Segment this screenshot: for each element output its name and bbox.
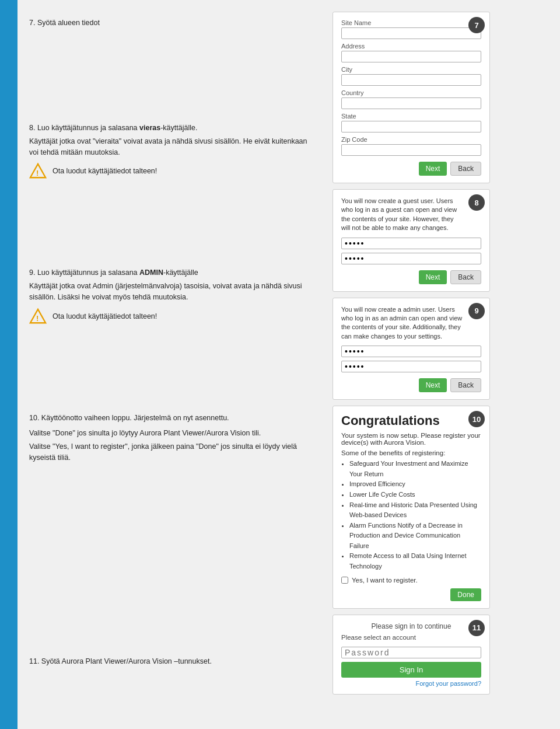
spacer-10 (29, 469, 315, 650)
step9-form: 9 You will now create a admin user. User… (332, 298, 490, 400)
city-input[interactable] (341, 74, 481, 86)
step7-circle: 7 (468, 17, 485, 33)
step7-back-button[interactable]: Back (450, 162, 481, 176)
benefit-6: Remote Access to all Data Using Internet… (349, 551, 481, 571)
step9-buttons: Next Back (341, 378, 481, 392)
benefit-2: Improved Efficiency (349, 479, 481, 490)
svg-text:!: ! (36, 313, 38, 322)
step9-text: 9. Luo käyttäjätunnus ja salasana ADMIN-… (29, 267, 315, 278)
step7-text: 7. Syötä alueen tiedot (29, 18, 315, 29)
step10-instruction: 10. Käyttöönotto vaiheen loppu. Järjeste… (29, 407, 315, 469)
spacer-9 (29, 331, 315, 407)
step8-instruction: 8. Luo käyttäjätunnus ja salasana vieras… (29, 117, 315, 186)
forms-column: 7 Site Name Address City Country State Z… (327, 6, 496, 723)
svg-text:!: ! (36, 169, 38, 177)
step8-desc: You will now create a guest user. Users … (341, 197, 481, 233)
step8-next-button[interactable]: Next (419, 270, 447, 284)
step8-body: Käyttäjät jotka ovat "vieraita" voivat a… (29, 136, 315, 158)
step7-instruction: 7. Syötä alueen tiedot (29, 12, 315, 117)
step9-warning: ! Ota luodut käyttäjätiedot talteen! (29, 308, 315, 325)
forgot-password-link[interactable]: Forgot your password? (341, 680, 481, 687)
benefit-3: Lower Life Cycle Costs (349, 490, 481, 500)
country-label: Country (341, 89, 481, 96)
step9-instruction: 9. Luo käyttäjätunnus ja salasana ADMIN-… (29, 261, 315, 330)
country-input[interactable] (341, 97, 481, 109)
select-account: Please select an account (341, 634, 481, 641)
benefit-1: Safeguard Your Investment and Maximize Y… (349, 459, 481, 479)
spacer-8 (29, 186, 315, 261)
instructions-column: 7. Syötä alueen tiedot 8. Luo käyttäjätu… (18, 6, 327, 723)
benefits-label: Some of the benefits of registering: (341, 449, 481, 456)
step9-body: Käyttäjät jotka ovat Admin (järjestelmän… (29, 281, 315, 303)
left-accent-bar (0, 0, 18, 729)
congrats-desc: Your system is now setup. Please registe… (341, 432, 481, 446)
step10-text2: Valitse "Done" jos sinulta jo löytyy Aur… (29, 428, 315, 439)
warning-icon-9: ! (29, 308, 47, 325)
step8-pw1-input[interactable] (341, 238, 481, 249)
state-label: State (341, 113, 481, 120)
congrats-title: Congratulations (341, 413, 481, 428)
step9-back-button[interactable]: Back (450, 378, 481, 392)
step8-warning-text: Ota luodut käyttäjätiedot talteen! (52, 167, 157, 175)
benefit-5: Alarm Functions Notify of a Decrease in … (349, 521, 481, 552)
step8-text: 8. Luo käyttäjätunnus ja salasana vieras… (29, 123, 315, 134)
step8-circle: 8 (468, 194, 485, 211)
site-name-input[interactable] (341, 27, 481, 39)
step10-text1: 10. Käyttöönotto vaiheen loppu. Järjeste… (29, 413, 315, 424)
warning-icon-8: ! (29, 162, 47, 180)
step10-text3: Valitse "Yes, I want to register", jonka… (29, 441, 315, 463)
step9-circle: 9 (468, 303, 485, 319)
step8-back-button[interactable]: Back (450, 270, 481, 284)
password-input[interactable] (341, 647, 481, 658)
register-row: Yes, I want to register. (341, 577, 481, 584)
city-label: City (341, 66, 481, 73)
register-label: Yes, I want to register. (352, 577, 418, 584)
step7-form: 7 Site Name Address City Country State Z… (332, 12, 490, 183)
step11-circle: 11 (468, 620, 485, 636)
address-label: Address (341, 43, 481, 50)
register-checkbox[interactable] (341, 577, 348, 584)
step8-form: 8 You will now create a guest user. User… (332, 189, 490, 292)
step9-next-button[interactable]: Next (419, 378, 447, 392)
step10-circle: 10 (468, 411, 485, 427)
benefit-4: Real-time and Historic Data Presented Us… (349, 500, 481, 521)
step11-instruction: 11. Syötä Aurora Plant Viewer/Aurora Vis… (29, 650, 315, 673)
step10-form: 10 Congratulations Your system is now se… (332, 406, 490, 609)
signin-button[interactable]: Sign In (341, 662, 481, 678)
address-input[interactable] (341, 51, 481, 62)
step7-next-button[interactable]: Next (419, 162, 447, 176)
zip-label: Zip Code (341, 136, 481, 143)
step11-text: 11. Syötä Aurora Plant Viewer/Aurora Vis… (29, 656, 315, 667)
site-name-label: Site Name (341, 19, 481, 26)
benefits-list: Safeguard Your Investment and Maximize Y… (341, 459, 481, 572)
step8-pw2-input[interactable] (341, 253, 481, 264)
step9-desc: You will now create a admin user. Users … (341, 305, 481, 341)
signin-title: Please sign in to continue (341, 622, 481, 630)
step9-pw1-input[interactable] (341, 346, 481, 357)
step9-warning-text: Ota luodut käyttäjätiedot talteen! (52, 312, 157, 320)
step8-warning: ! Ota luodut käyttäjätiedot talteen! (29, 162, 315, 180)
state-input[interactable] (341, 121, 481, 132)
zip-input[interactable] (341, 144, 481, 156)
step7-buttons: Next Back (341, 162, 481, 176)
step11-form: 11 Please sign in to continue Please sel… (332, 615, 490, 695)
step8-buttons: Next Back (341, 270, 481, 284)
done-button[interactable]: Done (450, 588, 481, 601)
step9-pw2-input[interactable] (341, 361, 481, 372)
